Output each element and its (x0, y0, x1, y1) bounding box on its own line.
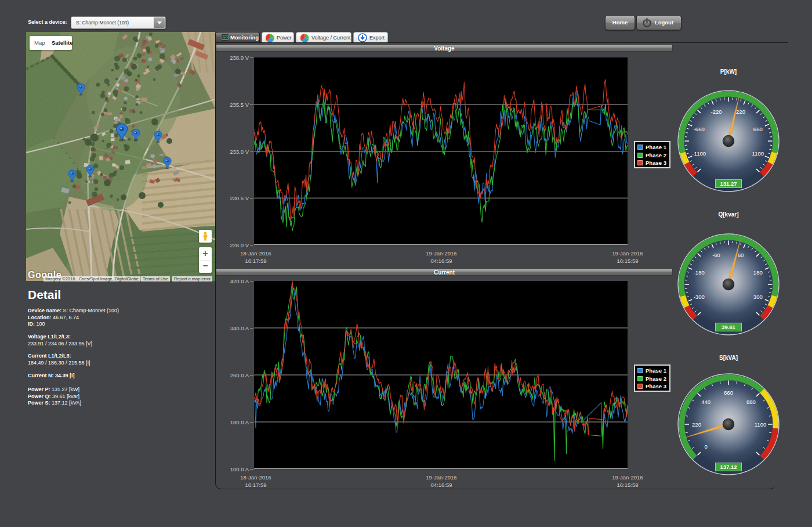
svg-text:-60: -60 (712, 252, 720, 258)
svg-text:220: 220 (692, 421, 701, 428)
svg-text:880: 880 (746, 399, 756, 405)
svg-text:300: 300 (753, 294, 763, 300)
svg-text:1100: 1100 (755, 421, 766, 428)
svg-text:-1100: -1100 (692, 150, 706, 157)
svg-text:-180: -180 (694, 269, 705, 276)
svg-text:440: 440 (701, 399, 710, 405)
svg-text:-660: -660 (694, 126, 705, 132)
svg-text:0: 0 (704, 443, 707, 450)
svg-text:-220: -220 (710, 109, 722, 115)
svg-text:-300: -300 (694, 294, 705, 300)
svg-text:60: 60 (738, 252, 744, 258)
svg-text:660: 660 (724, 389, 733, 396)
svg-text:220: 220 (736, 109, 745, 115)
svg-text:660: 660 (753, 126, 763, 132)
svg-text:1100: 1100 (752, 150, 764, 157)
svg-text:180: 180 (753, 269, 763, 276)
